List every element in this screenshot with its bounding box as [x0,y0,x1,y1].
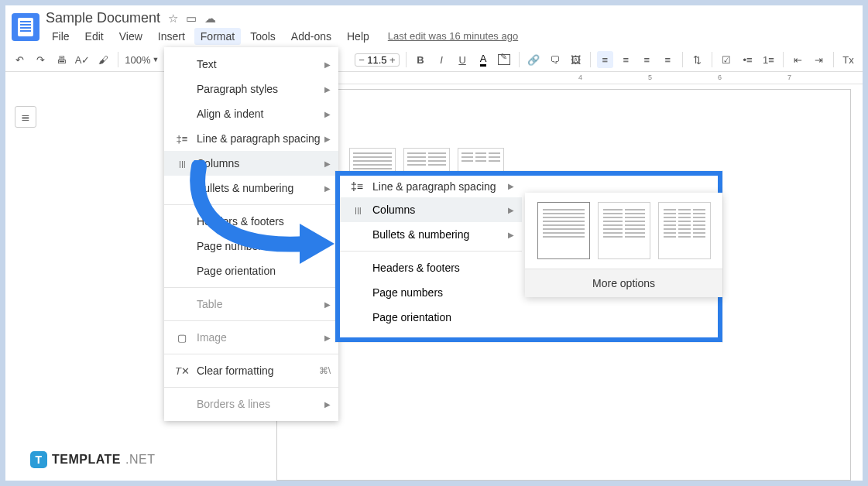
watermark-net: .NET [125,453,155,467]
menu-edit[interactable]: Edit [79,28,110,45]
indent-icon[interactable]: ⇥ [811,51,827,68]
tutorial-overlay: ‡≡Line & paragraph spacing▶ ⫼Columns▶ Bu… [335,171,722,342]
format-borders-lines[interactable]: Borders & lines▶ [164,392,338,416]
ov-headers[interactable]: Headers & footers [340,255,522,280]
format-table[interactable]: Table▶ [164,292,338,317]
menu-file[interactable]: File [46,28,76,45]
menu-tools[interactable]: Tools [244,28,282,45]
underline-button[interactable]: U [455,51,471,68]
menu-addons[interactable]: Add-ons [285,28,338,45]
format-dropdown: Text▶ Paragraph styles▶ Align & indent▶ … [164,47,338,421]
format-image[interactable]: ▢Image▶ [164,325,338,350]
format-line-spacing[interactable]: ‡≡Line & paragraph spacing▶ [164,126,338,151]
bold-button[interactable]: B [412,51,428,68]
print-icon[interactable]: 🖶 [53,51,70,68]
bulleted-list-icon[interactable]: •≡ [739,51,756,68]
star-icon[interactable]: ☆ [168,12,178,26]
paint-format-icon[interactable]: 🖌 [95,51,112,68]
italic-button[interactable]: I [434,51,450,68]
toolbar: ↶ ↷ 🖶 A✓ 🖌 100% ▼ − + B I U A 🔗 🗨 🖼 ≡ ≡ … [5,48,863,72]
columns-option-3[interactable] [658,202,711,259]
numbered-list-icon[interactable]: 1≡ [760,51,777,68]
menu-format[interactable]: Format [194,28,241,45]
ruler: 1 4 5 6 7 [276,72,863,84]
menu-bar: File Edit View Insert Format Tools Add-o… [46,28,524,45]
columns-option-2[interactable] [598,202,650,259]
columns-submenu: More options [525,193,722,297]
spellcheck-icon[interactable]: A✓ [74,51,91,68]
format-page-numbers[interactable]: Page numbers [164,234,338,258]
menu-help[interactable]: Help [341,28,376,45]
ov-orient[interactable]: Page orientation [340,305,522,330]
clear-format-icon[interactable]: Tx [840,51,856,68]
format-headers-footers[interactable]: Headers & footers [164,209,338,234]
checklist-icon[interactable]: ☑ [719,51,735,68]
comment-icon[interactable]: 🗨 [547,51,563,68]
ov-pagenum[interactable]: Page numbers [340,280,522,305]
align-justify-icon[interactable]: ≡ [660,51,676,68]
columns-option-1[interactable] [537,202,590,259]
line-spacing-icon[interactable]: ⇅ [689,51,705,68]
title-bar: Sample Document ☆ ▭ ☁ File Edit View Ins… [5,5,863,45]
format-bullets-numbering[interactable]: Bullets & numbering▶ [164,176,338,200]
document-title[interactable]: Sample Document [46,10,160,26]
menu-insert[interactable]: Insert [152,28,191,45]
overlay-menu: ‡≡Line & paragraph spacing▶ ⫼Columns▶ Bu… [340,176,522,337]
font-size-input[interactable]: − + [355,53,399,67]
docs-logo[interactable] [12,13,39,41]
format-paragraph-styles[interactable]: Paragraph styles▶ [164,77,338,101]
undo-icon[interactable]: ↶ [12,51,28,68]
watermark: T TEMPLATE.NET [30,451,155,468]
align-center-icon[interactable]: ≡ [618,51,634,68]
format-clear-formatting[interactable]: T✕Clear formatting⌘\ [164,358,338,383]
menu-view[interactable]: View [113,28,149,45]
ov-bullets[interactable]: Bullets & numbering▶ [340,222,522,247]
image-icon[interactable]: 🖼 [568,51,584,68]
cloud-icon[interactable]: ☁ [204,12,216,26]
dedent-icon[interactable]: ⇤ [790,51,806,68]
watermark-brand: TEMPLATE [52,453,121,467]
redo-icon[interactable]: ↷ [33,51,49,68]
format-columns[interactable]: ⫼Columns▶ [164,151,338,176]
move-icon[interactable]: ▭ [186,12,197,26]
link-icon[interactable]: 🔗 [526,51,542,68]
format-align-indent[interactable]: Align & indent▶ [164,101,338,126]
text-color-button[interactable]: A [475,51,492,68]
columns-more-options[interactable]: More options [525,269,722,297]
outline-toggle-icon[interactable]: ≣ [15,106,36,128]
ov-columns[interactable]: ⫼Columns▶ [340,197,522,222]
align-left-icon[interactable]: ≡ [597,51,613,68]
ov-line-spacing[interactable]: ‡≡Line & paragraph spacing▶ [340,176,522,197]
align-right-icon[interactable]: ≡ [639,51,655,68]
format-page-orientation[interactable]: Page orientation [164,258,338,283]
highlight-button[interactable] [496,51,513,68]
watermark-icon: T [30,451,47,468]
zoom-select[interactable]: 100% ▼ [125,54,159,66]
last-edit-link[interactable]: Last edit was 16 minutes ago [382,28,524,45]
format-text[interactable]: Text▶ [164,52,338,77]
